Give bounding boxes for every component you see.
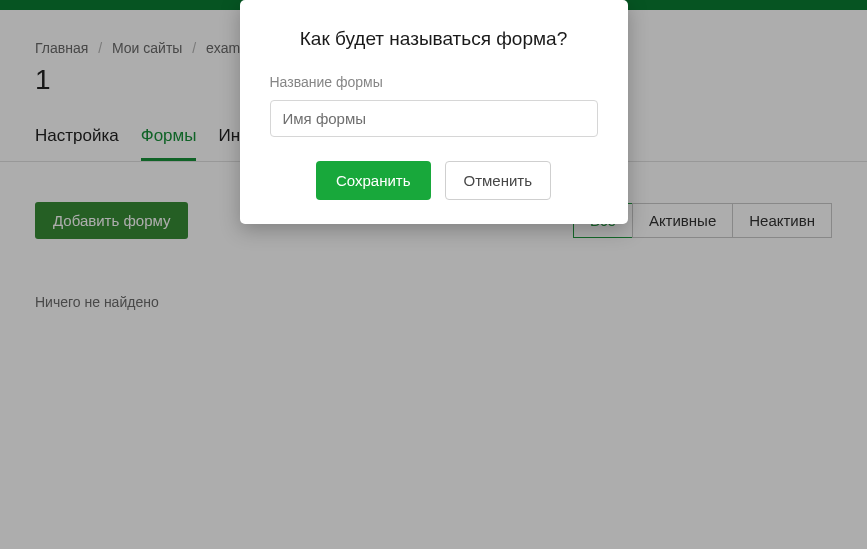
modal-title: Как будет называться форма? [270, 28, 598, 50]
modal-overlay[interactable]: Как будет называться форма? Название фор… [0, 0, 867, 549]
form-name-input[interactable] [270, 100, 598, 137]
save-button[interactable]: Сохранить [316, 161, 431, 200]
cancel-button[interactable]: Отменить [445, 161, 552, 200]
form-name-label: Название формы [270, 74, 598, 90]
form-name-modal: Как будет называться форма? Название фор… [240, 0, 628, 224]
modal-actions: Сохранить Отменить [270, 161, 598, 200]
